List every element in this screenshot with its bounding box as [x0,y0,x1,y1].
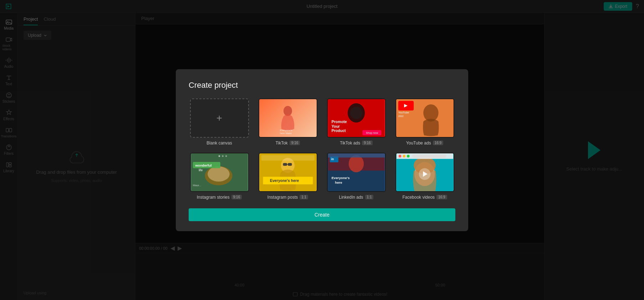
linkedin-ads-thumb-bg: in Everyone's here [328,153,385,191]
blank-canvas-thumb: + [190,98,249,138]
card-label-instagram-posts: Instagram posts 1:1 [267,195,308,200]
card-label-tiktok: TikTok 9:16 [276,141,300,146]
svg-point-37 [222,155,224,157]
youtube-ads-ratio: 16:9 [433,141,443,145]
instagram-posts-thumb: Everyone's here [259,153,317,192]
svg-text:Everyone's here: Everyone's here [270,178,299,182]
tiktok-ads-ratio: 9:16 [362,141,372,145]
create-project-modal: Create project + Blank canvas [176,69,468,231]
svg-text:YouTube: YouTube [398,111,409,114]
svg-text:Maur...: Maur... [193,183,201,187]
card-label-instagram-stories: Instagram stories 9:16 [197,195,242,200]
tiktok-thumb-bg: Everyone's here Make you day [259,99,317,137]
svg-point-36 [218,155,220,157]
svg-text:Everyone's: Everyone's [331,176,349,180]
tiktok-thumb: Everyone's here Make you day [259,98,317,138]
svg-point-63 [407,154,409,157]
modal-title: Create project [189,81,455,90]
card-linkedin-ads[interactable]: in Everyone's here LinkedIn ads 1:1 [326,153,387,200]
svg-text:wonderful: wonderful [195,163,211,167]
instagram-stories-thumb: wonderful life Maur... [190,153,249,192]
card-label-blank: Blank canvas [206,141,232,146]
instagram-posts-thumb-bg: Everyone's here [259,153,317,191]
svg-rect-64 [412,154,446,158]
tiktok-ads-thumb: Promote Your Product Shop now [327,98,386,138]
svg-rect-55 [328,153,385,158]
svg-text:in: in [331,157,334,161]
instagram-stories-thumb-bg: wonderful life Maur... [191,153,248,191]
svg-text:life: life [199,168,203,172]
instagram-posts-ratio: 1:1 [300,195,308,199]
facebook-videos-thumb [395,153,454,192]
svg-point-18 [350,107,362,119]
tiktok-ads-thumb-bg: Promote Your Product Shop now [328,99,385,137]
svg-text:Product: Product [331,128,346,133]
svg-point-38 [225,155,227,157]
svg-point-31 [208,166,230,181]
project-card-grid: + Blank canvas Everyone's here Make [189,98,455,200]
svg-text:Shop now: Shop now [366,131,378,134]
card-facebook-videos[interactable]: Facebook videos 16:9 [394,153,455,200]
blank-plus-icon: + [216,112,222,124]
svg-text:Your: Your [331,124,339,128]
svg-rect-42 [288,163,292,166]
svg-text:Promote: Promote [331,120,347,124]
svg-text:here: here [335,180,342,184]
svg-text:2022: 2022 [398,115,403,117]
card-label-linkedin-ads: LinkedIn ads 1:1 [339,195,374,200]
instagram-stories-ratio: 9:16 [231,195,242,199]
card-label-facebook-videos: Facebook videos 16:9 [402,195,447,200]
youtube-ads-thumb: YouTube 2022 [395,98,454,138]
card-youtube-ads[interactable]: YouTube 2022 YouTube ads 16:9 [394,98,455,146]
svg-point-62 [403,154,405,157]
svg-text:here Make: here Make [280,132,292,134]
svg-point-49 [348,155,363,172]
tiktok-ratio: 9:16 [290,141,300,145]
create-button[interactable]: Create [189,208,455,221]
facebook-videos-ratio: 16:9 [436,195,447,199]
card-label-tiktok-ads: TikTok ads 9:16 [340,141,372,146]
linkedin-ads-thumb: in Everyone's here [327,153,386,192]
modal-overlay[interactable]: Create project + Blank canvas [0,0,644,300]
card-instagram-stories[interactable]: wonderful life Maur... Instagram stories… [189,153,250,200]
card-instagram-posts[interactable]: Everyone's here Instagram posts 1:1 [257,153,318,200]
youtube-ads-thumb-bg: YouTube 2022 [396,99,454,137]
facebook-videos-thumb-bg [396,153,454,191]
linkedin-ads-ratio: 1:1 [365,195,374,199]
svg-rect-41 [283,163,287,166]
svg-rect-46 [261,155,314,160]
svg-point-61 [398,154,401,157]
card-blank-canvas[interactable]: + Blank canvas [189,98,250,146]
card-tiktok-ads[interactable]: Promote Your Product Shop now TikTok ads… [326,98,387,146]
card-label-youtube-ads: YouTube ads 16:9 [406,141,443,146]
card-tiktok[interactable]: Everyone's here Make you day TikTok 9:16 [257,98,318,146]
svg-text:Everyone's: Everyone's [280,129,292,132]
